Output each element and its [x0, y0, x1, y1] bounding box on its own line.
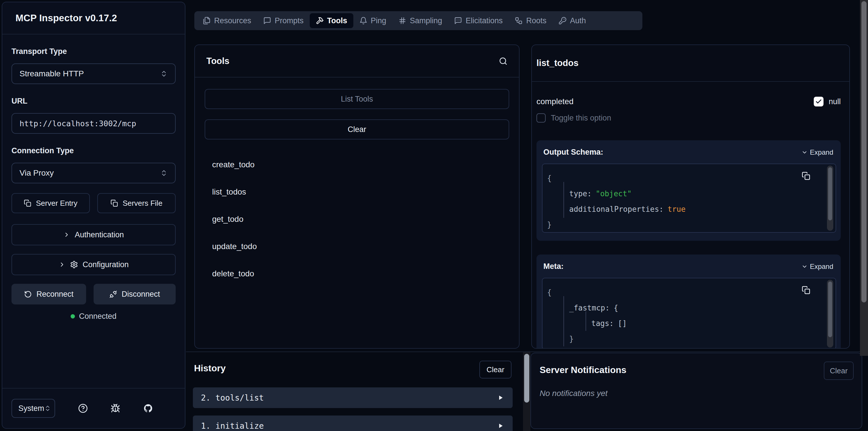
gear-icon: [70, 260, 78, 269]
copy-icon[interactable]: [802, 172, 810, 180]
window-scrollbar[interactable]: [860, 0, 868, 356]
url-value: http://localhost:3002/mcp: [20, 119, 136, 128]
tab-label: Roots: [526, 17, 547, 25]
history-item-tools-list[interactable]: 2. tools/list: [193, 388, 513, 408]
rotate-ccw-icon: [24, 290, 32, 298]
tab-elicitations[interactable]: Elicitations: [448, 13, 508, 28]
meta-label: Meta:: [544, 262, 564, 271]
code-token: _fastmcp:: [569, 304, 610, 312]
clear-tools-button[interactable]: Clear: [205, 119, 509, 140]
server-entry-button[interactable]: Server Entry: [11, 193, 90, 213]
tool-item-delete-todo[interactable]: delete_todo: [205, 260, 509, 287]
github-icon[interactable]: [143, 403, 153, 413]
tab-bar: Resources Prompts Tools Ping Sampling El…: [194, 11, 642, 30]
list-tools-button[interactable]: List Tools: [205, 89, 509, 109]
code-scrollbar[interactable]: [827, 165, 833, 231]
chevron-right-icon: [63, 231, 70, 238]
status-label: Connected: [79, 312, 117, 321]
tool-item-get-todo[interactable]: get_todo: [205, 206, 509, 233]
code-token: true: [668, 205, 686, 214]
notifications-clear-button[interactable]: Clear: [824, 362, 854, 380]
sidebar-header: MCP Inspector v0.17.2: [2, 2, 185, 34]
url-input[interactable]: http://localhost:3002/mcp: [11, 113, 176, 134]
tool-item-create-todo[interactable]: create_todo: [205, 151, 509, 178]
play-icon: [497, 422, 504, 429]
output-schema-expand-button[interactable]: Expand: [801, 148, 833, 156]
output-schema-card: Output Schema: Expand { type:"object" ad…: [536, 140, 841, 241]
reconnect-button[interactable]: Reconnect: [11, 284, 86, 304]
sidebar: MCP Inspector v0.17.2 Transport Type Str…: [2, 2, 185, 429]
help-icon[interactable]: [78, 403, 88, 413]
app-title: MCP Inspector v0.17.2: [16, 12, 117, 24]
code-token: {: [547, 174, 552, 183]
play-icon: [497, 394, 504, 401]
bug-icon[interactable]: [111, 403, 120, 413]
expand-label: Expand: [810, 263, 833, 271]
message-square-icon: [263, 17, 271, 25]
expand-label: Expand: [810, 148, 833, 156]
history-scrollbar[interactable]: [523, 352, 530, 431]
key-icon: [559, 17, 567, 25]
search-icon[interactable]: [499, 57, 507, 65]
tab-auth[interactable]: Auth: [553, 13, 592, 28]
code-token: additionalProperties:: [569, 205, 663, 214]
tool-item-update-todo[interactable]: update_todo: [205, 233, 509, 260]
history-clear-button[interactable]: Clear: [479, 361, 512, 378]
history-item-initialize[interactable]: 1. initialize: [193, 415, 513, 431]
hammer-icon: [316, 17, 324, 25]
chevron-up-down-icon: [44, 405, 51, 412]
code-token: }: [547, 220, 552, 229]
history-item-label: 1. initialize: [201, 421, 264, 431]
toggle-option-checkbox[interactable]: [536, 113, 546, 123]
history-title: History: [194, 363, 226, 374]
chevron-down-icon: [801, 264, 808, 270]
servers-file-button[interactable]: Servers File: [97, 193, 176, 213]
server-notifications-panel: Server Notifications Clear No notificati…: [530, 353, 862, 429]
copy-icon[interactable]: [802, 286, 810, 295]
workflow-icon: [515, 17, 523, 25]
connection-type-value: Via Proxy: [20, 168, 54, 178]
theme-select[interactable]: System: [11, 399, 55, 418]
configuration-accordion[interactable]: Configuration: [11, 254, 176, 275]
tool-detail-title: list_todos: [536, 58, 578, 68]
tool-item-list-todos[interactable]: list_todos: [205, 178, 509, 206]
history-panel: History Clear 2. tools/list 1. initializ…: [186, 352, 520, 431]
copy-icon: [111, 199, 118, 207]
sidebar-body: Transport Type Streamable HTTP URL http:…: [2, 47, 185, 321]
tab-roots[interactable]: Roots: [508, 13, 553, 28]
tools-panel: Tools List Tools Clear create_todo list_…: [194, 44, 520, 349]
transport-type-select[interactable]: Streamable HTTP: [11, 63, 176, 84]
check-icon: [815, 98, 822, 105]
code-token: {: [614, 304, 618, 312]
code-scrollbar[interactable]: [827, 280, 833, 347]
tab-resources[interactable]: Resources: [197, 13, 257, 28]
reconnect-label: Reconnect: [36, 290, 73, 299]
tab-label: Ping: [371, 17, 386, 25]
null-checkbox[interactable]: [814, 97, 824, 106]
server-entry-label: Server Entry: [36, 199, 78, 208]
copy-icon: [24, 199, 31, 207]
code-token: }: [569, 335, 574, 343]
meta-expand-button[interactable]: Expand: [801, 263, 833, 271]
notifications-empty-text: No notifications yet: [539, 389, 608, 398]
configuration-label: Configuration: [83, 260, 129, 269]
disconnect-button[interactable]: Disconnect: [94, 284, 176, 304]
tab-label: Auth: [570, 17, 586, 25]
tools-panel-title: Tools: [206, 56, 229, 66]
hash-icon: [398, 17, 406, 25]
tab-ping[interactable]: Ping: [353, 13, 392, 28]
chevron-up-down-icon: [160, 70, 167, 78]
code-token: {: [547, 288, 552, 297]
files-icon: [203, 17, 211, 25]
tab-tools[interactable]: Tools: [310, 13, 353, 28]
tab-prompts[interactable]: Prompts: [257, 13, 310, 28]
sidebar-footer: System: [2, 388, 185, 428]
chevron-up-down-icon: [160, 169, 167, 177]
connection-type-select[interactable]: Via Proxy: [11, 163, 176, 183]
code-token: type:: [569, 189, 592, 198]
authentication-accordion[interactable]: Authentication: [11, 224, 176, 245]
tab-sampling[interactable]: Sampling: [392, 13, 448, 28]
message-square-more-icon: [454, 17, 462, 25]
code-token: "object": [596, 189, 631, 198]
servers-file-label: Servers File: [123, 199, 162, 208]
